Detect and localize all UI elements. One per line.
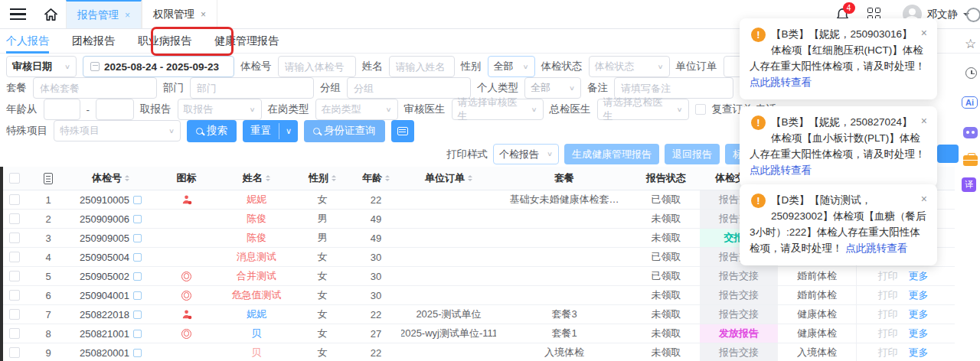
- header-unit-order[interactable]: 单位订单: [401, 167, 496, 190]
- copy-icon[interactable]: [133, 215, 142, 223]
- header-gender[interactable]: 性别: [294, 167, 351, 190]
- ai-extension-button[interactable]: Ai: [962, 96, 978, 109]
- age-min-input[interactable]: [44, 99, 80, 120]
- patient-name-link[interactable]: 危急值测试: [232, 288, 282, 302]
- more-action[interactable]: 更多: [909, 346, 929, 359]
- more-action[interactable]: 更多: [909, 307, 929, 321]
- recheck-order-checkbox[interactable]: [695, 104, 706, 115]
- tab-personal-report[interactable]: 个人报告: [6, 29, 49, 54]
- print-action[interactable]: 打印: [878, 327, 898, 340]
- partially-hidden-primary-button[interactable]: [937, 145, 959, 163]
- search-button[interactable]: 搜索: [187, 120, 237, 142]
- row-checkbox[interactable]: [9, 194, 20, 205]
- department-input[interactable]: [190, 77, 314, 99]
- toast-jump-link[interactable]: 点此跳转查看: [750, 76, 812, 88]
- copy-icon[interactable]: [133, 272, 142, 281]
- briefcase-extension-button[interactable]: [963, 155, 978, 166]
- more-action[interactable]: 更多: [909, 269, 929, 283]
- print-action[interactable]: 打印: [878, 288, 898, 302]
- home-button[interactable]: [35, 0, 66, 28]
- patient-name-link[interactable]: 陈俊: [247, 212, 266, 226]
- sort-icon[interactable]: [266, 173, 270, 184]
- patient-name-link[interactable]: 消息测试: [237, 250, 276, 264]
- window-tab-report-management[interactable]: 报告管理 ×: [66, 0, 142, 28]
- sort-icon[interactable]: [125, 173, 129, 184]
- copy-icon[interactable]: [133, 234, 142, 242]
- print-action[interactable]: 打印: [878, 307, 898, 321]
- name-input[interactable]: [389, 56, 455, 77]
- row-checkbox[interactable]: [9, 290, 20, 301]
- date-range-input[interactable]: 2025-08-24 - 2025-09-23: [83, 56, 234, 77]
- select-all-checkbox[interactable]: [9, 173, 20, 184]
- header-index[interactable]: [29, 167, 67, 190]
- special-item-select[interactable]: 特殊项目 ∨: [54, 120, 181, 141]
- copy-icon[interactable]: [133, 253, 142, 262]
- row-checkbox[interactable]: [9, 271, 20, 281]
- translate-extension-button[interactable]: 译: [962, 177, 976, 192]
- exam-no-input[interactable]: [278, 56, 356, 77]
- duty-type-select[interactable]: 在岗类型 ∨: [315, 99, 398, 120]
- print-action[interactable]: 打印: [878, 346, 898, 359]
- hamburger-menu-button[interactable]: [0, 0, 35, 28]
- row-checkbox[interactable]: [9, 252, 20, 262]
- patient-name-link[interactable]: 贝: [252, 327, 262, 340]
- tab-group-exam-report[interactable]: 团检报告: [72, 29, 115, 54]
- close-icon[interactable]: ×: [921, 115, 927, 128]
- chief-doctor-select[interactable]: 请选择总检医生 ∨: [597, 99, 689, 120]
- close-tab-icon[interactable]: ×: [201, 9, 206, 20]
- gender-select[interactable]: 全部 ∨: [488, 56, 535, 77]
- row-checkbox[interactable]: [9, 347, 20, 358]
- copy-icon[interactable]: [133, 330, 142, 338]
- row-checkbox[interactable]: [9, 213, 20, 224]
- date-type-select[interactable]: 审核日期 ∨: [6, 56, 77, 77]
- close-tab-icon[interactable]: ×: [125, 10, 130, 21]
- header-age[interactable]: 年龄: [351, 167, 401, 190]
- patient-name-link[interactable]: 贝: [252, 346, 262, 359]
- row-checkbox[interactable]: [9, 328, 20, 339]
- patient-name-link[interactable]: 妮妮: [247, 307, 266, 321]
- copy-icon[interactable]: [133, 349, 142, 357]
- reset-split-button[interactable]: 重置 ∨: [243, 120, 298, 142]
- copy-icon[interactable]: [133, 196, 142, 204]
- circle-extension-button[interactable]: [966, 8, 980, 22]
- more-action[interactable]: 更多: [909, 288, 929, 302]
- return-report-button[interactable]: 退回报告: [665, 144, 720, 164]
- sort-icon[interactable]: [468, 173, 472, 184]
- toast-jump-link[interactable]: 点此跳转查看: [845, 242, 907, 254]
- history-extension-button[interactable]: [965, 67, 977, 79]
- header-exam-no[interactable]: 体检号: [67, 167, 154, 190]
- row-checkbox[interactable]: [9, 309, 20, 320]
- age-max-input[interactable]: [96, 99, 134, 120]
- exam-status-select[interactable]: 体检状态 ∨: [589, 56, 670, 77]
- review-doctor-select[interactable]: 请选择审核医生 ∨: [452, 99, 544, 120]
- close-icon[interactable]: ×: [921, 27, 927, 40]
- more-action[interactable]: 更多: [909, 327, 929, 340]
- patient-name-link[interactable]: 合并测试: [237, 269, 276, 283]
- sort-icon[interactable]: [332, 173, 336, 184]
- chevron-down-icon[interactable]: ∨: [279, 120, 298, 142]
- game-extension-button[interactable]: [963, 127, 978, 138]
- patient-name-link[interactable]: 妮妮: [247, 193, 266, 207]
- tab-occupational-disease-report[interactable]: 职业病报告: [138, 29, 191, 54]
- header-name[interactable]: 姓名: [219, 167, 294, 190]
- toast-jump-link[interactable]: 点此跳转查看: [750, 164, 812, 176]
- close-icon[interactable]: ×: [921, 193, 927, 206]
- print-style-select[interactable]: 个检报告 ∨: [493, 144, 559, 164]
- sort-icon[interactable]: [385, 173, 390, 184]
- window-tab-permission-management[interactable]: 权限管理 ×: [142, 0, 217, 28]
- id-card-query-button[interactable]: 身份证查询: [304, 120, 385, 142]
- copy-icon[interactable]: [133, 291, 142, 300]
- reset-button-label[interactable]: 重置: [243, 120, 279, 142]
- group-input[interactable]: [347, 77, 471, 99]
- patient-name-link[interactable]: 陈俊: [247, 231, 266, 245]
- take-report-select[interactable]: 取报告 ∨: [178, 99, 262, 120]
- generate-health-report-button[interactable]: 生成健康管理报告: [564, 144, 659, 164]
- copy-icon[interactable]: [133, 311, 142, 319]
- person-type-select[interactable]: 全部 ∨: [524, 77, 581, 99]
- row-checkbox[interactable]: [9, 233, 20, 243]
- bookmark-extension-button[interactable]: ☆: [965, 36, 976, 52]
- print-action[interactable]: 打印: [878, 269, 898, 283]
- package-input[interactable]: [33, 77, 157, 99]
- tab-health-management-report[interactable]: 健康管理报告: [214, 29, 279, 54]
- id-card-reader-button[interactable]: [391, 120, 414, 142]
